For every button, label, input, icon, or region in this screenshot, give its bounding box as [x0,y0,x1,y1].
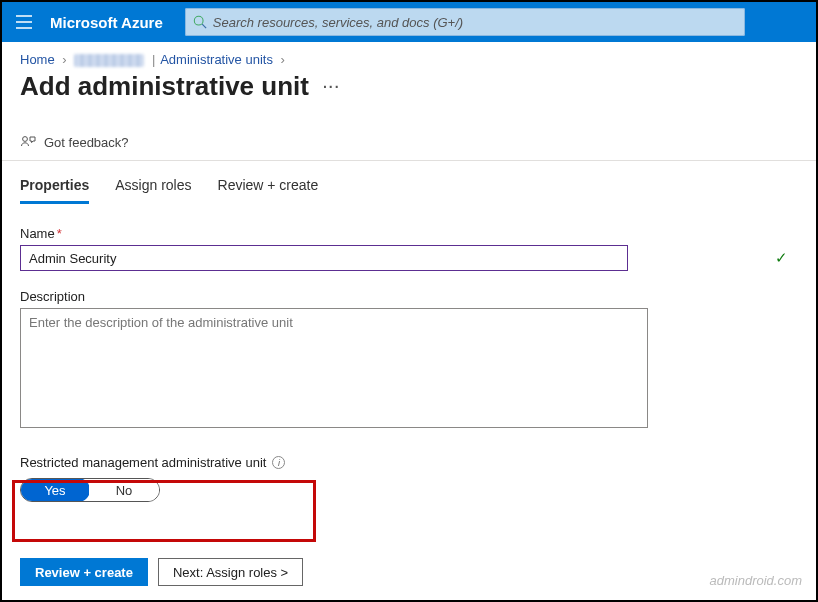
breadcrumb-tenant-redacted [74,54,144,67]
required-indicator: * [57,226,62,241]
breadcrumb-home[interactable]: Home [20,52,55,67]
search-box[interactable] [185,8,745,36]
info-icon[interactable]: i [272,456,285,469]
description-label: Description [20,289,798,304]
hamburger-icon[interactable] [12,10,36,34]
search-icon [193,15,207,29]
name-label: Name* [20,226,798,241]
review-create-button[interactable]: Review + create [20,558,148,586]
tab-properties[interactable]: Properties [20,177,89,204]
page-title: Add administrative unit [20,71,309,102]
feedback-link[interactable]: Got feedback? [2,114,816,161]
chevron-right-icon: › [281,52,285,67]
tab-bar: Properties Assign roles Review + create [2,161,816,204]
breadcrumb: Home › | Administrative units › [2,42,816,69]
name-input[interactable] [20,245,628,271]
pipe-separator: | [152,52,155,67]
description-input[interactable] [20,308,648,428]
search-input[interactable] [213,15,737,30]
brand-label: Microsoft Azure [50,14,163,31]
form-area: Name* ✓ Description [2,204,816,441]
toggle-yes[interactable]: Yes [20,478,90,502]
svg-line-1 [202,24,206,28]
restricted-management-block: Restricted management administrative uni… [20,455,816,502]
tab-assign-roles[interactable]: Assign roles [115,177,191,204]
restricted-toggle[interactable]: Yes No [20,478,160,502]
next-assign-roles-button[interactable]: Next: Assign roles > [158,558,303,586]
svg-point-2 [23,137,28,142]
watermark: admindroid.com [710,573,803,588]
feedback-label: Got feedback? [44,135,129,150]
valid-check-icon: ✓ [775,249,788,267]
restricted-label: Restricted management administrative uni… [20,455,266,470]
feedback-icon [20,134,36,150]
top-bar: Microsoft Azure [2,2,816,42]
chevron-right-icon: › [62,52,66,67]
breadcrumb-admin-units[interactable]: Administrative units [160,52,273,67]
tab-review-create[interactable]: Review + create [218,177,319,204]
more-actions-icon[interactable]: ··· [323,79,341,95]
toggle-no[interactable]: No [89,479,159,501]
svg-point-0 [194,16,203,25]
bottom-action-bar: Review + create Next: Assign roles > [20,558,303,586]
page-title-row: Add administrative unit ··· [2,69,816,114]
